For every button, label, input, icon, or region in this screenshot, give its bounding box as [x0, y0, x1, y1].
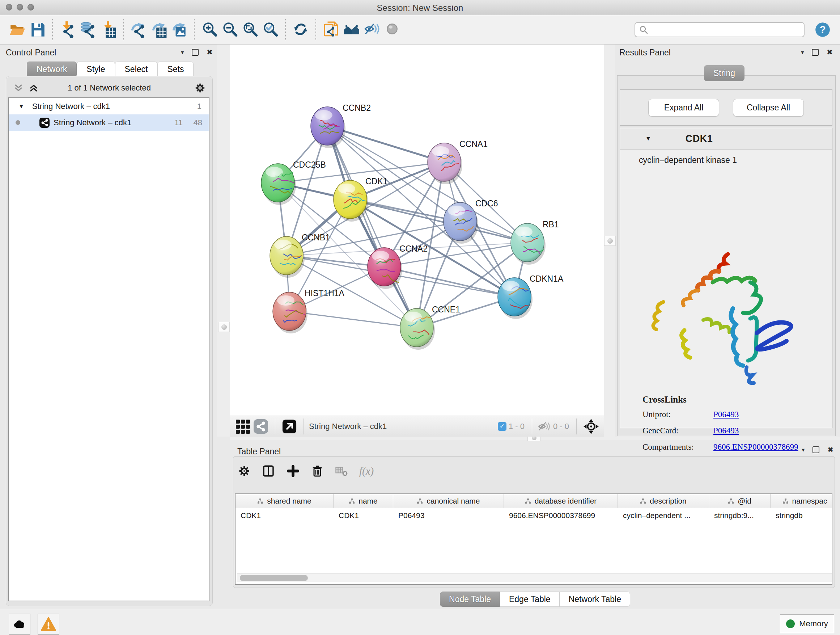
- export-table-button[interactable]: [149, 19, 169, 41]
- import-network-file-button[interactable]: [58, 19, 78, 41]
- search-input[interactable]: [648, 25, 794, 35]
- network-row-selected[interactable]: String Network – cdk1 11 48: [9, 114, 209, 131]
- tab-select[interactable]: Select: [115, 62, 158, 77]
- node-section-header[interactable]: ▼ CDK1: [620, 128, 832, 149]
- tab-network-table[interactable]: Network Table: [560, 592, 630, 607]
- table-tabs: Node TableEdge TableNetwork Table: [230, 592, 840, 607]
- export-image-icon: [171, 21, 188, 38]
- export-network-icon: [131, 21, 147, 38]
- label-CDC25B: CDC25B: [293, 160, 326, 169]
- float-panel-icon[interactable]: [813, 447, 819, 453]
- import-network-database-button[interactable]: [78, 19, 98, 41]
- string-enrichment-button[interactable]: [252, 417, 270, 435]
- minimize-panel-icon[interactable]: ▾: [801, 49, 804, 56]
- collapse-all-button[interactable]: Collapse All: [733, 99, 804, 117]
- column-header-canonical-name[interactable]: canonical name: [393, 494, 504, 508]
- crosslink-link[interactable]: P06493: [714, 426, 739, 435]
- network-collection-row[interactable]: ▼ String Network – cdk1 1: [9, 98, 209, 114]
- clone-network-button[interactable]: [321, 19, 341, 41]
- network-collection-label: String Network – cdk1: [32, 102, 110, 111]
- label-CCNE1: CCNE1: [432, 305, 460, 314]
- scrollbar-thumb[interactable]: [240, 575, 308, 581]
- show-panels-button[interactable]: [382, 19, 402, 41]
- tree-expander-icon[interactable]: ▼: [19, 103, 24, 110]
- table-cell: 9606.ENSP00000378699: [504, 508, 618, 523]
- tab-sets[interactable]: Sets: [157, 62, 194, 77]
- home-button[interactable]: [341, 19, 362, 41]
- delete-column-trash-icon[interactable]: [311, 464, 324, 478]
- import-table-file-icon: [100, 21, 117, 38]
- window-title: Session: New Session: [0, 3, 840, 13]
- section-expander-icon[interactable]: ▼: [645, 135, 651, 142]
- edge-CCNA2-CDKN1A: [384, 267, 515, 297]
- zoom-out-icon: [222, 21, 238, 38]
- refresh-view-button[interactable]: [291, 19, 311, 41]
- save-session-button[interactable]: [27, 19, 48, 41]
- minimize-panel-icon[interactable]: ▾: [802, 447, 805, 453]
- column-header-@id[interactable]: @id: [709, 494, 771, 508]
- add-column-icon[interactable]: [286, 464, 300, 478]
- current-network-title: String Network – cdk1: [309, 422, 498, 431]
- column-header-shared-name[interactable]: shared name: [235, 494, 333, 508]
- splitter-handle[interactable]: [218, 322, 230, 332]
- export-image-button[interactable]: [169, 19, 189, 41]
- search-icon: [639, 25, 648, 35]
- zoom-in-button[interactable]: [200, 19, 220, 41]
- crosslink-link[interactable]: P06493: [714, 410, 739, 419]
- external-link-icon: [282, 419, 297, 434]
- label-HIST1H1A: HIST1H1A: [305, 288, 345, 298]
- node-CDKN1A: [498, 278, 532, 319]
- memory-button[interactable]: Memory: [780, 614, 834, 633]
- help-button[interactable]: ?: [813, 19, 833, 41]
- status-bar: Memory: [0, 609, 840, 635]
- close-panel-icon[interactable]: ✖: [827, 445, 834, 454]
- hidden-count: 0 - 0: [553, 422, 569, 431]
- float-panel-icon[interactable]: [812, 49, 819, 56]
- left-splitter[interactable]: [217, 44, 230, 437]
- column-label: @id: [737, 497, 752, 505]
- column-header-database-identifier[interactable]: database identifier: [504, 494, 618, 508]
- tab-network[interactable]: Network: [27, 62, 77, 77]
- tab-node-table[interactable]: Node Table: [440, 592, 500, 607]
- network-canvas[interactable]: CCNB2CCNA1CDC25BCDK1CDC6RB1CCNB1CCNA2CDK…: [230, 44, 604, 416]
- show-columns-icon[interactable]: [262, 464, 275, 478]
- open-session-button[interactable]: [7, 19, 27, 41]
- minimize-panel-icon[interactable]: ▾: [181, 49, 184, 56]
- node-CCNA2: [368, 248, 402, 289]
- node-CCNA1: [428, 143, 462, 184]
- label-CDC6: CDC6: [475, 199, 498, 208]
- expand-all-button[interactable]: Expand All: [648, 99, 719, 117]
- right-splitter[interactable]: [604, 44, 615, 438]
- column-header-description[interactable]: description: [618, 494, 709, 508]
- column-header-name[interactable]: name: [333, 494, 393, 508]
- close-panel-icon[interactable]: ✖: [207, 48, 213, 57]
- cloud-tasks-button[interactable]: [9, 614, 30, 635]
- tab-string[interactable]: String: [704, 65, 745, 81]
- warnings-button[interactable]: [38, 614, 59, 635]
- tab-style[interactable]: Style: [77, 62, 115, 77]
- birdseye-view-button[interactable]: [234, 417, 252, 435]
- toolbar-separator: [123, 19, 125, 40]
- search-box[interactable]: [635, 22, 805, 37]
- svg-text:?: ?: [819, 24, 826, 35]
- hide-panels-button[interactable]: [362, 19, 382, 41]
- import-network-database-icon: [80, 21, 96, 38]
- zoom-out-button[interactable]: [220, 19, 240, 41]
- export-network-button[interactable]: [129, 19, 149, 41]
- splitter-handle[interactable]: [604, 236, 616, 246]
- tab-edge-table[interactable]: Edge Table: [500, 592, 560, 607]
- open-in-browser-button[interactable]: [280, 417, 298, 435]
- table-row[interactable]: CDK1CDK1P064939606.ENSP00000378699cyclin…: [235, 508, 832, 523]
- network-options-gear-icon[interactable]: [194, 82, 206, 94]
- application-window: Session: New Session ? Control Panel ▾ ✖…: [0, 0, 840, 635]
- column-header-namespac[interactable]: namespac: [771, 494, 832, 508]
- float-panel-icon[interactable]: [192, 49, 199, 56]
- close-panel-icon[interactable]: ✖: [827, 48, 833, 57]
- selected-checkbox-icon[interactable]: ✓: [498, 422, 507, 431]
- zoom-selected-button[interactable]: [261, 19, 281, 41]
- fit-content-button[interactable]: [582, 417, 600, 436]
- table-settings-gear-icon[interactable]: [238, 464, 251, 478]
- horizontal-scrollbar[interactable]: [237, 573, 832, 582]
- zoom-fit-button[interactable]: [240, 19, 261, 41]
- import-table-file-button[interactable]: [98, 19, 118, 41]
